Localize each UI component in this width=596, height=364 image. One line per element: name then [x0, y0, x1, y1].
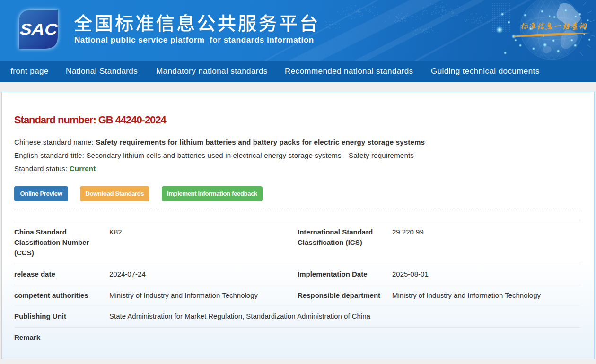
svg-text:SAC: SAC	[19, 21, 59, 38]
